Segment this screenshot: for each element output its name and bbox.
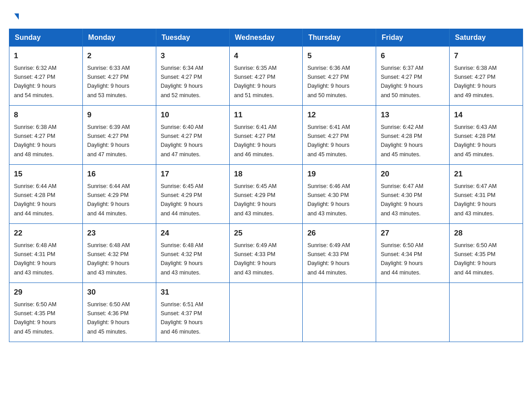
- day-info: Sunrise: 6:49 AMSunset: 4:33 PMDaylight:…: [307, 242, 350, 276]
- table-row: 16Sunrise: 6:44 AMSunset: 4:29 PMDayligh…: [82, 165, 156, 224]
- day-info: Sunrise: 6:38 AMSunset: 4:27 PMDaylight:…: [454, 65, 497, 98]
- table-row: 18Sunrise: 6:45 AMSunset: 4:29 PMDayligh…: [229, 165, 303, 224]
- calendar-week-row: 22Sunrise: 6:48 AMSunset: 4:31 PMDayligh…: [9, 224, 523, 283]
- day-info: Sunrise: 6:44 AMSunset: 4:29 PMDaylight:…: [87, 183, 130, 217]
- table-row: 11Sunrise: 6:41 AMSunset: 4:27 PMDayligh…: [229, 106, 303, 165]
- day-number: 11: [234, 109, 298, 121]
- day-info: Sunrise: 6:45 AMSunset: 4:29 PMDaylight:…: [161, 183, 203, 217]
- day-info: Sunrise: 6:51 AMSunset: 4:37 PMDaylight:…: [161, 301, 203, 335]
- day-number: 31: [161, 287, 225, 298]
- header-friday: Friday: [376, 29, 450, 47]
- table-row: [376, 283, 450, 342]
- table-row: 31Sunrise: 6:51 AMSunset: 4:37 PMDayligh…: [156, 283, 229, 342]
- table-row: 14Sunrise: 6:43 AMSunset: 4:28 PMDayligh…: [450, 106, 523, 165]
- day-info: Sunrise: 6:43 AMSunset: 4:28 PMDaylight:…: [454, 124, 497, 158]
- day-info: Sunrise: 6:32 AMSunset: 4:27 PMDaylight:…: [14, 65, 56, 98]
- table-row: 1Sunrise: 6:32 AMSunset: 4:27 PMDaylight…: [9, 47, 83, 106]
- table-row: 3Sunrise: 6:34 AMSunset: 4:27 PMDaylight…: [156, 47, 229, 106]
- table-row: 29Sunrise: 6:50 AMSunset: 4:35 PMDayligh…: [9, 283, 83, 342]
- day-number: 30: [87, 287, 151, 298]
- day-number: 5: [307, 50, 371, 62]
- day-number: 10: [161, 109, 225, 121]
- table-row: 9Sunrise: 6:39 AMSunset: 4:27 PMDaylight…: [82, 106, 156, 165]
- day-info: Sunrise: 6:41 AMSunset: 4:27 PMDaylight:…: [234, 124, 277, 158]
- day-info: Sunrise: 6:36 AMSunset: 4:27 PMDaylight:…: [307, 65, 350, 98]
- logo-triangle-icon: [14, 13, 19, 20]
- table-row: 19Sunrise: 6:46 AMSunset: 4:30 PMDayligh…: [303, 165, 376, 224]
- day-info: Sunrise: 6:39 AMSunset: 4:27 PMDaylight:…: [87, 124, 130, 158]
- day-number: 8: [14, 109, 78, 121]
- day-number: 2: [87, 50, 151, 62]
- weekday-header-row: Sunday Monday Tuesday Wednesday Thursday…: [9, 29, 523, 47]
- table-row: 6Sunrise: 6:37 AMSunset: 4:27 PMDaylight…: [376, 47, 450, 106]
- day-info: Sunrise: 6:49 AMSunset: 4:33 PMDaylight:…: [234, 242, 277, 276]
- table-row: 4Sunrise: 6:35 AMSunset: 4:27 PMDaylight…: [229, 47, 303, 106]
- day-number: 22: [14, 227, 78, 239]
- calendar-week-row: 8Sunrise: 6:38 AMSunset: 4:27 PMDaylight…: [9, 106, 523, 165]
- day-number: 1: [14, 50, 78, 62]
- day-number: 27: [381, 227, 445, 239]
- day-number: 14: [454, 109, 518, 121]
- header-sunday: Sunday: [9, 29, 83, 47]
- day-number: 4: [234, 50, 298, 62]
- day-number: 29: [14, 287, 78, 298]
- day-info: Sunrise: 6:35 AMSunset: 4:27 PMDaylight:…: [234, 65, 277, 98]
- table-row: 15Sunrise: 6:44 AMSunset: 4:28 PMDayligh…: [9, 165, 83, 224]
- table-row: 26Sunrise: 6:49 AMSunset: 4:33 PMDayligh…: [303, 224, 376, 283]
- day-number: 13: [381, 109, 445, 121]
- day-info: Sunrise: 6:34 AMSunset: 4:27 PMDaylight:…: [161, 65, 203, 98]
- table-row: 28Sunrise: 6:50 AMSunset: 4:35 PMDayligh…: [450, 224, 523, 283]
- day-number: 16: [87, 168, 151, 180]
- table-row: 21Sunrise: 6:47 AMSunset: 4:31 PMDayligh…: [450, 165, 523, 224]
- day-number: 19: [307, 168, 371, 180]
- calendar-week-row: 15Sunrise: 6:44 AMSunset: 4:28 PMDayligh…: [9, 165, 523, 224]
- table-row: 27Sunrise: 6:50 AMSunset: 4:34 PMDayligh…: [376, 224, 450, 283]
- table-row: 5Sunrise: 6:36 AMSunset: 4:27 PMDaylight…: [303, 47, 376, 106]
- header-monday: Monday: [82, 29, 156, 47]
- header-wednesday: Wednesday: [229, 29, 303, 47]
- day-number: 26: [307, 227, 371, 239]
- header-tuesday: Tuesday: [156, 29, 229, 47]
- table-row: 23Sunrise: 6:48 AMSunset: 4:32 PMDayligh…: [82, 224, 156, 283]
- day-info: Sunrise: 6:33 AMSunset: 4:27 PMDaylight:…: [87, 65, 130, 98]
- table-row: 7Sunrise: 6:38 AMSunset: 4:27 PMDaylight…: [450, 47, 523, 106]
- header-thursday: Thursday: [303, 29, 376, 47]
- day-info: Sunrise: 6:50 AMSunset: 4:34 PMDaylight:…: [381, 242, 423, 276]
- day-number: 23: [87, 227, 151, 239]
- day-number: 17: [161, 168, 225, 180]
- day-info: Sunrise: 6:47 AMSunset: 4:30 PMDaylight:…: [381, 183, 423, 217]
- day-number: 20: [381, 168, 445, 180]
- day-info: Sunrise: 6:46 AMSunset: 4:30 PMDaylight:…: [307, 183, 350, 217]
- table-row: 2Sunrise: 6:33 AMSunset: 4:27 PMDaylight…: [82, 47, 156, 106]
- logo: [13, 13, 19, 20]
- table-row: 20Sunrise: 6:47 AMSunset: 4:30 PMDayligh…: [376, 165, 450, 224]
- calendar-week-row: 29Sunrise: 6:50 AMSunset: 4:35 PMDayligh…: [9, 283, 523, 342]
- header-saturday: Saturday: [450, 29, 523, 47]
- table-row: 13Sunrise: 6:42 AMSunset: 4:28 PMDayligh…: [376, 106, 450, 165]
- table-row: [229, 283, 303, 342]
- day-info: Sunrise: 6:37 AMSunset: 4:27 PMDaylight:…: [381, 65, 423, 98]
- day-info: Sunrise: 6:44 AMSunset: 4:28 PMDaylight:…: [14, 183, 56, 217]
- table-row: [450, 283, 523, 342]
- day-number: 15: [14, 168, 78, 180]
- day-info: Sunrise: 6:41 AMSunset: 4:27 PMDaylight:…: [307, 124, 350, 158]
- day-info: Sunrise: 6:48 AMSunset: 4:32 PMDaylight:…: [161, 242, 203, 276]
- day-info: Sunrise: 6:45 AMSunset: 4:29 PMDaylight:…: [234, 183, 277, 217]
- day-info: Sunrise: 6:50 AMSunset: 4:35 PMDaylight:…: [14, 301, 56, 335]
- day-number: 18: [234, 168, 298, 180]
- day-info: Sunrise: 6:48 AMSunset: 4:31 PMDaylight:…: [14, 242, 56, 276]
- table-row: [303, 283, 376, 342]
- calendar-table: Sunday Monday Tuesday Wednesday Thursday…: [9, 29, 523, 342]
- table-row: 8Sunrise: 6:38 AMSunset: 4:27 PMDaylight…: [9, 106, 83, 165]
- table-row: 10Sunrise: 6:40 AMSunset: 4:27 PMDayligh…: [156, 106, 229, 165]
- day-info: Sunrise: 6:42 AMSunset: 4:28 PMDaylight:…: [381, 124, 423, 158]
- day-number: 9: [87, 109, 151, 121]
- table-row: 30Sunrise: 6:50 AMSunset: 4:36 PMDayligh…: [82, 283, 156, 342]
- day-number: 24: [161, 227, 225, 239]
- day-info: Sunrise: 6:47 AMSunset: 4:31 PMDaylight:…: [454, 183, 497, 217]
- table-row: 25Sunrise: 6:49 AMSunset: 4:33 PMDayligh…: [229, 224, 303, 283]
- page-header: [9, 9, 523, 20]
- day-info: Sunrise: 6:38 AMSunset: 4:27 PMDaylight:…: [14, 124, 56, 158]
- day-number: 28: [454, 227, 518, 239]
- day-number: 12: [307, 109, 371, 121]
